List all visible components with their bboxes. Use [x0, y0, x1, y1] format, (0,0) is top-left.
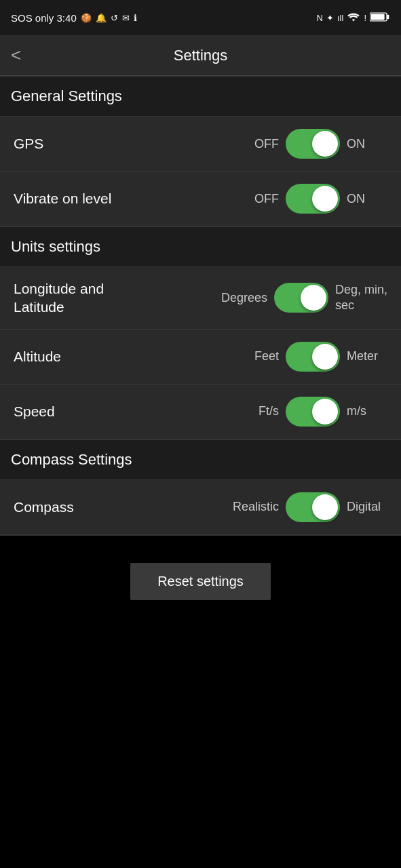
- vibrate-setting-row: Vibrate on level OFF ON: [0, 172, 401, 226]
- status-bar: SOS only 3:40 🍪 🔔 ↺ ✉ ℹ N ✦ ıll !: [0, 0, 401, 35]
- gps-toggle-knob: [312, 131, 338, 157]
- altitude-meter-label: Meter: [347, 349, 387, 363]
- vibrate-controls: OFF ON: [111, 184, 387, 214]
- altitude-toggle-knob: [312, 344, 338, 370]
- compass-toggle-knob: [312, 494, 338, 520]
- compass-controls: Realistic Digital: [74, 492, 387, 522]
- longlat-toggle-knob: [301, 285, 326, 311]
- units-settings-label: Units settings: [11, 238, 100, 255]
- speed-toggle[interactable]: [286, 397, 340, 427]
- compass-setting-row: Compass Realistic Digital: [0, 480, 401, 535]
- nfc-icon: N: [317, 13, 323, 23]
- sync-icon: ↺: [111, 13, 118, 23]
- speed-fts-label: Ft/s: [238, 404, 279, 418]
- compass-digital-label: Digital: [347, 500, 387, 514]
- general-settings-section-header: General Settings: [0, 76, 401, 117]
- back-button[interactable]: <: [11, 45, 21, 66]
- page-title: Settings: [174, 47, 228, 64]
- svg-rect-1: [387, 14, 389, 19]
- compass-settings-label: Compass Settings: [11, 451, 132, 468]
- gps-off-label: OFF: [238, 137, 279, 151]
- altitude-label: Altitude: [14, 349, 61, 365]
- info-icon: ℹ: [134, 13, 137, 23]
- wifi-icon: [347, 12, 360, 24]
- vibrate-toggle[interactable]: [286, 184, 340, 214]
- page-header: < Settings: [0, 35, 401, 76]
- longlat-degrees-label: Degrees: [221, 291, 267, 305]
- vibrate-off-label: OFF: [238, 192, 279, 206]
- reset-settings-button[interactable]: Reset settings: [130, 563, 271, 600]
- notification-icon: 🍪: [81, 13, 92, 23]
- status-time-text: SOS only 3:40: [11, 12, 77, 24]
- longlat-controls: Degrees Deg, min,sec: [104, 282, 387, 314]
- compass-settings-section-header: Compass Settings: [0, 439, 401, 480]
- speed-label: Speed: [14, 403, 55, 420]
- compass-label: Compass: [14, 499, 74, 515]
- gps-label: GPS: [14, 136, 43, 152]
- reset-section: Reset settings: [0, 536, 401, 627]
- vibrate-label: Vibrate on level: [14, 191, 111, 207]
- vibrate-toggle-knob: [312, 186, 338, 212]
- compass-toggle[interactable]: [286, 492, 340, 522]
- compass-realistic-label: Realistic: [233, 500, 279, 514]
- vibrate-on-label: ON: [347, 192, 387, 206]
- altitude-toggle[interactable]: [286, 342, 340, 372]
- bluetooth-icon: ✦: [326, 13, 334, 23]
- battery-icon: [370, 12, 390, 24]
- mail-icon: ✉: [122, 13, 130, 23]
- status-right: N ✦ ıll !: [317, 12, 390, 24]
- altitude-controls: Feet Meter: [61, 342, 387, 372]
- speed-toggle-knob: [312, 399, 338, 425]
- longlat-label: Longitude andLatitude: [14, 281, 104, 315]
- longlat-label-container: Longitude andLatitude: [14, 279, 104, 317]
- gps-setting-row: GPS OFF ON: [0, 117, 401, 172]
- battery-alert-icon: !: [364, 13, 366, 23]
- signal-icon: ıll: [337, 13, 343, 23]
- svg-rect-2: [371, 14, 385, 19]
- units-settings-section-header: Units settings: [0, 226, 401, 267]
- gps-toggle[interactable]: [286, 129, 340, 159]
- speed-ms-label: m/s: [347, 404, 387, 418]
- general-settings-label: General Settings: [11, 87, 122, 104]
- altitude-setting-row: Altitude Feet Meter: [0, 330, 401, 384]
- gps-controls: OFF ON: [43, 129, 387, 159]
- speed-setting-row: Speed Ft/s m/s: [0, 384, 401, 439]
- alarm-icon: 🔔: [96, 13, 107, 23]
- altitude-feet-label: Feet: [238, 349, 279, 363]
- longlat-toggle[interactable]: [274, 283, 328, 313]
- longlat-degminsec-label: Deg, min,sec: [335, 282, 387, 314]
- speed-controls: Ft/s m/s: [55, 397, 387, 427]
- gps-on-label: ON: [347, 137, 387, 151]
- longlat-setting-row: Longitude andLatitude Degrees Deg, min,s…: [0, 267, 401, 330]
- status-left: SOS only 3:40 🍪 🔔 ↺ ✉ ℹ: [11, 12, 137, 24]
